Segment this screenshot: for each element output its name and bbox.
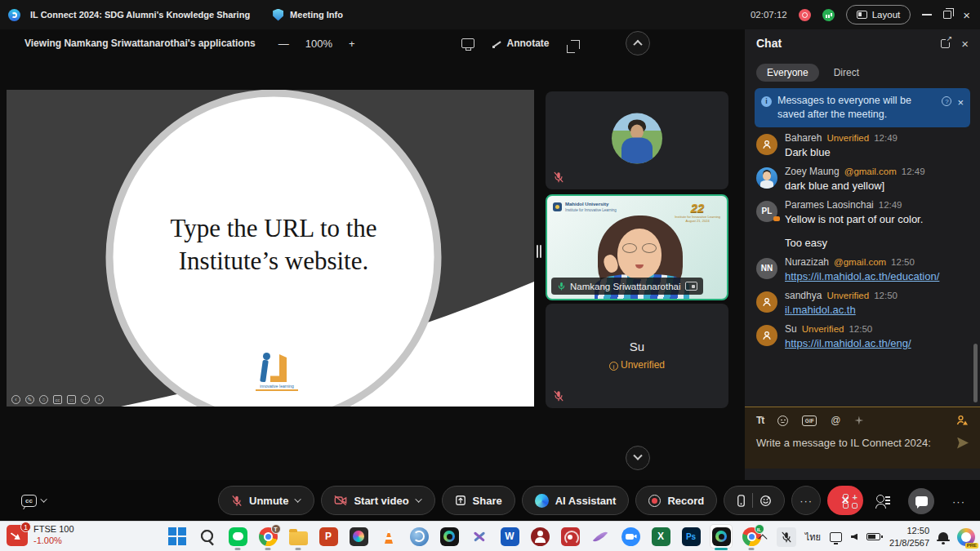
more-tools-icon[interactable]: ⋯ bbox=[81, 395, 90, 404]
panel-options-button[interactable]: ··· bbox=[952, 495, 965, 508]
message-link[interactable]: https://il.mahidol.ac.th/education/ bbox=[785, 270, 969, 282]
message-time: 12:50 bbox=[849, 324, 872, 334]
taskbar-app-quill-app[interactable] bbox=[590, 525, 611, 548]
closed-captions-button[interactable]: cc bbox=[21, 495, 47, 507]
active-speaker-tile[interactable]: Mahidol University Institute for Innovat… bbox=[546, 194, 728, 300]
zoom-out-button[interactable]: — bbox=[278, 38, 289, 50]
taskbar-app-photoshop[interactable]: Ps bbox=[680, 525, 702, 548]
ai-assistant-button[interactable]: AI Assistant bbox=[522, 486, 630, 515]
previous-slide-icon[interactable]: ‹ bbox=[11, 395, 20, 404]
meeting-info-button[interactable]: Meeting Info bbox=[290, 10, 343, 20]
popout-chat-icon[interactable] bbox=[941, 39, 950, 48]
taskbar-app-zoom[interactable] bbox=[620, 525, 641, 548]
taskbar-app-line[interactable] bbox=[227, 525, 248, 548]
layout-button[interactable]: Layout bbox=[846, 5, 911, 24]
chat-toggle-button-active[interactable] bbox=[908, 488, 934, 514]
captions-icon[interactable]: cc bbox=[53, 395, 62, 404]
mention-icon[interactable]: @ bbox=[831, 415, 840, 426]
tab-direct[interactable]: Direct bbox=[834, 67, 859, 78]
taskbar-app-webex-meeting-active[interactable] bbox=[710, 525, 732, 548]
taskbar-app-chrome[interactable]: T bbox=[257, 525, 278, 548]
taskbar-app-adobe-creative-cloud[interactable] bbox=[348, 525, 369, 548]
participants-button[interactable] bbox=[875, 495, 890, 508]
input-language[interactable]: ไทย bbox=[805, 530, 821, 544]
pen-tool-icon[interactable]: ✎ bbox=[25, 395, 34, 404]
record-button[interactable]: Record bbox=[635, 486, 717, 515]
sender-badge: Unverified bbox=[826, 133, 869, 143]
message-sender: Nurazizah bbox=[785, 256, 829, 268]
running-indicator bbox=[296, 548, 301, 550]
taskbar-app-blue-utility-app[interactable] bbox=[408, 525, 430, 548]
quill-app-icon bbox=[591, 527, 610, 546]
collapse-filmstrip-bottom-button[interactable] bbox=[626, 446, 650, 470]
unmute-button[interactable]: Unmute bbox=[218, 486, 314, 515]
meeting-security-shield-icon[interactable] bbox=[273, 9, 283, 21]
magnifier-icon[interactable]: ○ bbox=[39, 395, 48, 404]
taskbar-app-red-broadcast-app[interactable] bbox=[559, 525, 581, 548]
minimize-button[interactable] bbox=[922, 14, 932, 16]
active-mic-icon bbox=[557, 281, 566, 291]
taskbar-app-powerpoint[interactable]: P bbox=[318, 525, 339, 548]
volume-icon[interactable] bbox=[851, 534, 858, 540]
gif-icon[interactable]: GIF bbox=[802, 415, 817, 426]
tray-mic-muted[interactable] bbox=[777, 527, 796, 547]
battery-icon[interactable] bbox=[866, 533, 880, 540]
taskbar-app-snipping-tool[interactable] bbox=[469, 525, 490, 548]
ai-sparkle-icon[interactable] bbox=[854, 416, 863, 425]
emoji-icon[interactable] bbox=[777, 415, 788, 426]
taskbar-app-windows-start[interactable] bbox=[167, 525, 188, 548]
il-logo-person-head bbox=[263, 353, 270, 360]
more-options-button[interactable]: ··· bbox=[791, 486, 821, 515]
network-icon[interactable] bbox=[830, 532, 842, 542]
chrome-il-profile-icon: IL bbox=[742, 527, 761, 546]
taskbar-app-word[interactable]: W bbox=[499, 525, 520, 548]
start-video-button[interactable]: Start video bbox=[321, 486, 434, 515]
chat-scrollbar[interactable] bbox=[973, 344, 978, 402]
taskbar-app-excel[interactable]: X bbox=[650, 525, 671, 548]
participant-tile-su[interactable]: Su iUnverified bbox=[546, 304, 728, 408]
message-sender: Zoey Maung bbox=[785, 166, 840, 177]
chat-save-banner: i Messages to everyone will be saved aft… bbox=[755, 88, 970, 127]
avatar: PL bbox=[756, 201, 777, 222]
recording-indicator-icon[interactable] bbox=[799, 9, 811, 21]
word-icon: W bbox=[501, 527, 519, 546]
tab-everyone[interactable]: Everyone bbox=[756, 64, 819, 82]
clock[interactable]: 12:50 21/8/2567 bbox=[889, 525, 929, 549]
send-message-icon[interactable] bbox=[957, 438, 969, 449]
stage-resize-grip[interactable] bbox=[537, 245, 543, 258]
avatar bbox=[756, 325, 777, 346]
next-slide-icon[interactable]: › bbox=[95, 395, 104, 404]
screen-icon[interactable]: ▭ bbox=[67, 395, 76, 404]
collapse-filmstrip-button[interactable] bbox=[626, 31, 650, 56]
apps-button[interactable]: + bbox=[843, 494, 858, 509]
taskbar-app-chrome-il-profile[interactable]: IL bbox=[741, 525, 762, 548]
copilot-icon[interactable]: PRE bbox=[957, 528, 975, 546]
dismiss-banner-icon[interactable]: × bbox=[957, 96, 964, 110]
restore-button[interactable] bbox=[943, 11, 951, 19]
screen-view-icon[interactable] bbox=[461, 38, 474, 48]
devices-reactions-button[interactable] bbox=[724, 486, 785, 515]
slide-text: Type the URL to the Institute’s website. bbox=[7, 212, 534, 277]
annotate-button[interactable]: Annotate bbox=[492, 38, 550, 49]
avatar bbox=[756, 167, 777, 189]
taskbar-app-red-contact-app[interactable] bbox=[529, 525, 550, 548]
taskbar-app-search[interactable] bbox=[197, 525, 218, 548]
message-input[interactable]: Write a message to IL Connect 2024: bbox=[756, 437, 931, 449]
text-format-icon[interactable]: Tt bbox=[756, 415, 764, 426]
taskbar-app-webex[interactable] bbox=[439, 525, 460, 548]
news-widget[interactable]: 1 FTSE 100 -1.00% bbox=[7, 524, 74, 547]
zoom-in-button[interactable]: + bbox=[349, 38, 355, 50]
share-button[interactable]: Share bbox=[442, 486, 515, 515]
close-button[interactable]: × bbox=[963, 9, 970, 21]
notifications-bell-icon[interactable] bbox=[938, 532, 948, 541]
camera-off-icon bbox=[334, 495, 347, 506]
message-link[interactable]: https://il.mahidol.ac.th/eng/ bbox=[785, 337, 969, 349]
connection-quality-icon[interactable] bbox=[822, 9, 835, 21]
expand-view-icon[interactable] bbox=[571, 40, 580, 49]
close-chat-icon[interactable]: × bbox=[961, 38, 969, 50]
help-icon[interactable]: ? bbox=[942, 96, 951, 106]
message-link[interactable]: il.mahidol.ac.th bbox=[785, 304, 969, 316]
taskbar-app-vlc[interactable] bbox=[378, 525, 399, 548]
taskbar-app-file-explorer[interactable] bbox=[287, 525, 309, 548]
participant-tile-1[interactable] bbox=[546, 91, 728, 189]
